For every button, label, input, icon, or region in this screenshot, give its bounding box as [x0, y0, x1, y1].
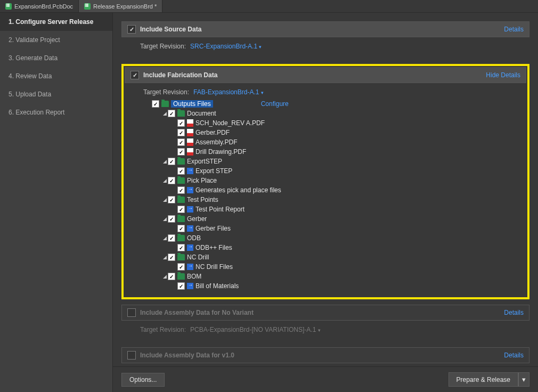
sidebar-item-configure[interactable]: 1. Configure Server Release	[0, 13, 112, 31]
tree-label[interactable]: Outputs Files	[171, 100, 213, 108]
tree-checkbox[interactable]	[168, 254, 175, 261]
expander-icon[interactable]: ◢	[161, 274, 168, 279]
tree-item[interactable]: NC Drill Files	[171, 262, 521, 272]
expander-icon[interactable]: ◢	[161, 197, 168, 202]
expander-icon[interactable]: ◢	[161, 159, 168, 164]
tree-label[interactable]: Assembly.PDF	[195, 138, 237, 146]
section-checkbox-fab[interactable]	[131, 71, 139, 79]
tree-item[interactable]: Bill of Materials	[171, 281, 521, 291]
expander-icon[interactable]: ◢	[161, 216, 168, 222]
section-header-asm-v1[interactable]: Include Assembly Data for v1.0 Details	[121, 347, 529, 363]
tree-label[interactable]: ODB++ Files	[195, 244, 232, 251]
section-checkbox-source[interactable]	[127, 25, 136, 34]
tree-checkbox[interactable]	[168, 158, 175, 165]
tree-item[interactable]: SCH_Node_REV A.PDF	[171, 118, 521, 128]
tree-label[interactable]: Export STEP	[195, 167, 232, 175]
tree-item[interactable]: Gerber Files	[171, 224, 521, 233]
tree-label[interactable]: Document	[187, 110, 216, 117]
tree-item[interactable]: Test Point Report	[171, 205, 521, 214]
section-header-fab[interactable]: Include Fabrication Data Hide Details	[125, 67, 526, 83]
tree-item[interactable]: Export STEP	[171, 166, 521, 176]
tree-checkbox[interactable]	[168, 234, 175, 242]
tree-checkbox[interactable]	[177, 186, 185, 194]
folder-icon	[177, 197, 185, 203]
options-button[interactable]: Options...	[121, 373, 165, 387]
tree-label[interactable]: BOM	[187, 273, 201, 280]
tree-label[interactable]: NC Drill	[187, 254, 209, 261]
tree-label[interactable]: Bill of Materials	[195, 282, 239, 290]
tree-group[interactable]: ◢Gerber	[161, 214, 521, 224]
tree-group[interactable]: ◢ODB	[161, 233, 521, 243]
tree-checkbox[interactable]	[177, 206, 185, 213]
tree-label[interactable]: Test Point Report	[195, 206, 244, 213]
expander-icon[interactable]: ◢	[161, 235, 168, 241]
tree-label[interactable]: ExportSTEP	[187, 158, 222, 165]
output-job-icon	[187, 283, 193, 289]
details-link[interactable]: Details	[504, 26, 524, 33]
tree-checkbox[interactable]	[177, 129, 185, 136]
expander-icon[interactable]: ◢	[161, 111, 168, 116]
tree-group[interactable]: ◢Pick Place	[161, 176, 521, 185]
tree-checkbox[interactable]	[168, 273, 175, 280]
prepare-release-caret[interactable]: ▾	[518, 372, 529, 387]
tree-label[interactable]: Test Points	[187, 196, 218, 203]
tree-label[interactable]: Gerber	[187, 215, 207, 223]
tree-label[interactable]: Gerber Files	[195, 225, 231, 232]
hide-details-link[interactable]: Hide Details	[486, 71, 520, 79]
sidebar-item-upload[interactable]: 5. Upload Data	[0, 85, 112, 103]
tree-checkbox[interactable]	[177, 282, 185, 290]
section-header-source[interactable]: Include Source Data Details	[121, 21, 529, 37]
folder-icon	[161, 101, 169, 107]
tab-release[interactable]: Release ExpansionBrd *	[79, 0, 162, 12]
tree-group[interactable]: ◢Document	[161, 109, 521, 118]
tree-checkbox[interactable]	[168, 110, 175, 117]
expander-icon[interactable]: ◢	[161, 178, 168, 183]
section-checkbox-asm-nv[interactable]	[127, 308, 136, 317]
tree-checkbox[interactable]	[177, 148, 185, 156]
sidebar-item-validate[interactable]: 2. Validate Project	[0, 31, 112, 49]
tree-item[interactable]: Drill Drawing.PDF	[171, 147, 521, 157]
tree-checkbox[interactable]	[177, 138, 185, 146]
tree-checkbox[interactable]	[168, 215, 175, 223]
tree-label[interactable]: ODB	[187, 234, 201, 242]
tree-checkbox[interactable]	[168, 177, 175, 184]
tree-checkbox[interactable]	[168, 196, 175, 203]
details-link[interactable]: Details	[504, 309, 524, 316]
tree-group[interactable]: ◢Test Points	[161, 195, 521, 205]
tree-label[interactable]: NC Drill Files	[195, 263, 233, 271]
target-value-link[interactable]: SRC-ExpansionBrd-A.1 ▾	[190, 43, 262, 50]
configure-link[interactable]: Configure	[261, 100, 289, 108]
tree-checkbox[interactable]	[177, 244, 185, 251]
tree-item[interactable]: Assembly.PDF	[171, 137, 521, 147]
details-link[interactable]: Details	[504, 352, 524, 359]
section-header-asm-nv[interactable]: Include Assembly Data for No Variant Det…	[121, 305, 529, 321]
tree-checkbox[interactable]	[177, 119, 185, 127]
sidebar-item-execution[interactable]: 6. Execution Report	[0, 103, 112, 121]
target-value-link[interactable]: PCBA-ExpansionBrd-[NO VARIATIONS]-A.1 ▾	[190, 326, 321, 333]
tree-group[interactable]: ◢BOM	[161, 272, 521, 281]
tree-label[interactable]: Gerber.PDF	[195, 129, 230, 136]
tree-item[interactable]: ODB++ Files	[171, 243, 521, 252]
tree-checkbox[interactable]	[177, 225, 185, 232]
tree-checkbox[interactable]	[177, 263, 185, 271]
tree-group[interactable]: ◢NC Drill	[161, 252, 521, 262]
tree-item[interactable]: Generates pick and place files	[171, 185, 521, 195]
tree-label[interactable]: SCH_Node_REV A.PDF	[195, 119, 265, 127]
tree-label[interactable]: Drill Drawing.PDF	[195, 148, 246, 156]
tab-pcbdoc[interactable]: ExpansionBrd.PcbDoc	[0, 0, 79, 12]
tree-label[interactable]: Pick Place	[187, 177, 217, 184]
tree-root[interactable]: Outputs Files Configure	[152, 99, 521, 109]
tree-group[interactable]: ◢ExportSTEP	[161, 157, 521, 166]
tree-label[interactable]: Generates pick and place files	[195, 186, 281, 194]
target-value-link[interactable]: FAB-ExpansionBrd-A.1 ▾	[193, 88, 264, 96]
tree-checkbox[interactable]	[177, 167, 185, 175]
prepare-release-button[interactable]: Prepare & Release	[449, 372, 518, 387]
sidebar-item-review[interactable]: 4. Review Data	[0, 67, 112, 85]
section-checkbox-asm-v1[interactable]	[127, 351, 136, 360]
tree-item[interactable]: Gerber.PDF	[171, 128, 521, 137]
content-body: Include Source Data Details Target Revis…	[113, 13, 538, 366]
sidebar-item-generate[interactable]: 3. Generate Data	[0, 49, 112, 67]
tree-checkbox[interactable]	[152, 100, 159, 108]
folder-icon	[177, 110, 185, 117]
expander-icon[interactable]: ◢	[161, 255, 168, 260]
